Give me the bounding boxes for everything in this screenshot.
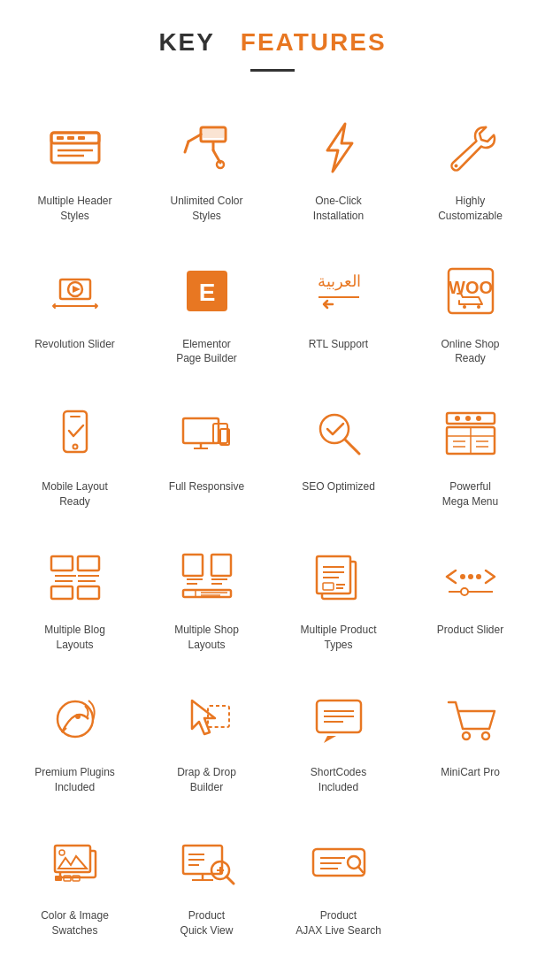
svg-rect-44 <box>51 556 73 570</box>
svg-rect-2 <box>57 136 64 140</box>
powerful-mega-menu-icon <box>435 398 506 469</box>
seo-optimized-icon <box>303 398 374 469</box>
multiple-shop-layouts-label: Multiple ShopLayouts <box>174 623 239 653</box>
seo-optimized-label: SEO Optimized <box>302 479 375 494</box>
title-key: KEY <box>158 28 214 56</box>
svg-rect-4 <box>78 136 85 140</box>
powerful-mega-menu-label: PowerfulMega Menu <box>442 479 498 509</box>
unlimited-color-styles-label: Unlimited ColorStyles <box>170 194 242 224</box>
product-quick-view-label: ProductQuick View <box>180 908 234 938</box>
svg-marker-14 <box>73 286 81 293</box>
product-quick-view-icon <box>172 827 242 898</box>
minicart-pro-icon <box>435 684 506 754</box>
svg-point-36 <box>476 416 481 421</box>
shortcodes-included-icon <box>303 684 374 754</box>
premium-plugins-included-label: Premium PluginsIncluded <box>35 765 115 795</box>
svg-point-10 <box>217 161 224 168</box>
elementor-page-builder-icon: E <box>172 256 242 326</box>
highly-customizable-label: HighlyCustomizable <box>438 194 503 224</box>
svg-text:WOO: WOO <box>449 278 493 297</box>
online-shop-ready-icon: WOO <box>435 256 506 326</box>
svg-point-23 <box>477 305 480 309</box>
feature-premium-plugins-included: Premium PluginsIncluded <box>9 668 141 811</box>
full-responsive-icon <box>172 398 242 469</box>
multiple-product-types-icon <box>303 541 374 612</box>
color-image-swatches-icon <box>40 827 111 898</box>
feature-multiple-blog-layouts: Multiple BlogLayouts <box>9 525 141 669</box>
svg-rect-53 <box>211 555 231 576</box>
feature-highly-customizable: HighlyCustomizable <box>404 96 536 240</box>
feature-full-responsive: Full Responsive <box>141 382 272 525</box>
full-responsive-label: Full Responsive <box>169 479 244 494</box>
product-slider-label: Product Slider <box>437 623 503 638</box>
svg-point-71 <box>468 574 473 579</box>
revolution-slider-icon <box>40 256 111 326</box>
feature-color-image-swatches: Color & ImageSwatches <box>9 811 141 954</box>
unlimited-color-styles-icon <box>172 112 242 183</box>
feature-multiple-shop-layouts: Multiple ShopLayouts <box>141 525 272 669</box>
feature-unlimited-color-styles: Unlimited ColorStyles <box>141 96 272 240</box>
mobile-layout-ready-icon <box>40 398 111 469</box>
svg-rect-50 <box>51 586 73 599</box>
feature-elementor-page-builder: E ElementorPage Builder <box>141 240 272 383</box>
product-ajax-live-search-label: ProductAJAX Live Search <box>296 908 381 938</box>
multiple-blog-layouts-icon <box>40 541 111 612</box>
feature-mobile-layout-ready: Mobile LayoutReady <box>9 382 141 525</box>
svg-point-70 <box>460 574 465 579</box>
elementor-page-builder-label: ElementorPage Builder <box>176 337 237 367</box>
svg-point-22 <box>463 305 466 309</box>
one-click-installation-label: One-ClickInstallation <box>313 194 364 224</box>
feature-drag-drop-builder: Drap & DropBuilder <box>141 668 272 811</box>
product-ajax-live-search-icon <box>303 827 374 898</box>
svg-point-72 <box>476 574 481 579</box>
feature-powerful-mega-menu: PowerfulMega Menu <box>404 382 536 525</box>
feature-product-slider: Product Slider <box>404 525 536 669</box>
svg-rect-87 <box>55 876 62 881</box>
svg-rect-3 <box>67 136 74 140</box>
svg-text:E: E <box>198 279 215 306</box>
svg-point-76 <box>75 714 81 719</box>
mobile-layout-ready-label: Mobile LayoutReady <box>42 479 108 509</box>
feature-shortcodes-included: ShortCodesIncluded <box>272 668 404 811</box>
multiple-shop-layouts-icon <box>172 541 242 612</box>
feature-seo-optimized: SEO Optimized <box>272 382 404 525</box>
multiple-blog-layouts-label: Multiple BlogLayouts <box>44 623 105 653</box>
product-slider-icon <box>435 541 506 612</box>
multiple-header-styles-icon <box>40 112 111 183</box>
drag-drop-builder-label: Drap & DropBuilder <box>177 765 236 795</box>
svg-point-35 <box>465 416 471 421</box>
revolution-slider-label: Revolution Slider <box>35 337 115 352</box>
minicart-pro-label: MiniCart Pro <box>441 765 500 780</box>
feature-minicart-pro: MiniCart Pro <box>404 668 536 811</box>
feature-one-click-installation: One-ClickInstallation <box>272 96 404 240</box>
svg-rect-45 <box>78 556 99 570</box>
feature-rtl-support: العربية RTL Support <box>272 240 404 383</box>
title-features: FEATURES <box>241 28 387 56</box>
svg-point-25 <box>73 445 77 449</box>
svg-rect-8 <box>203 129 224 138</box>
svg-line-105 <box>358 867 363 872</box>
svg-line-97 <box>226 877 234 884</box>
svg-point-34 <box>455 416 460 421</box>
drag-drop-builder-icon <box>172 684 242 754</box>
color-image-swatches-label: Color & ImageSwatches <box>41 908 109 938</box>
multiple-product-types-label: Multiple ProductTypes <box>300 623 376 653</box>
title-divider <box>250 69 295 72</box>
feature-multiple-header-styles: Multiple HeaderStyles <box>9 96 141 240</box>
svg-rect-58 <box>183 590 231 597</box>
svg-point-74 <box>461 588 468 595</box>
feature-online-shop-ready: WOO Online ShopReady <box>404 240 536 383</box>
shortcodes-included-label: ShortCodesIncluded <box>311 765 366 795</box>
one-click-installation-icon <box>303 112 374 183</box>
svg-point-11 <box>454 165 457 168</box>
online-shop-ready-label: Online ShopReady <box>441 337 499 367</box>
feature-product-ajax-live-search: ProductAJAX Live Search <box>272 811 404 954</box>
svg-point-82 <box>463 732 470 739</box>
feature-multiple-product-types: Multiple ProductTypes <box>272 525 404 669</box>
feature-revolution-slider: Revolution Slider <box>9 240 141 383</box>
page-title: KEY FEATURES <box>0 0 545 64</box>
svg-text:العربية: العربية <box>317 272 360 291</box>
multiple-header-styles-label: Multiple HeaderStyles <box>37 194 111 224</box>
premium-plugins-included-icon <box>40 684 111 754</box>
features-grid: Multiple HeaderStyles Unlimited ColorSty… <box>0 96 545 954</box>
